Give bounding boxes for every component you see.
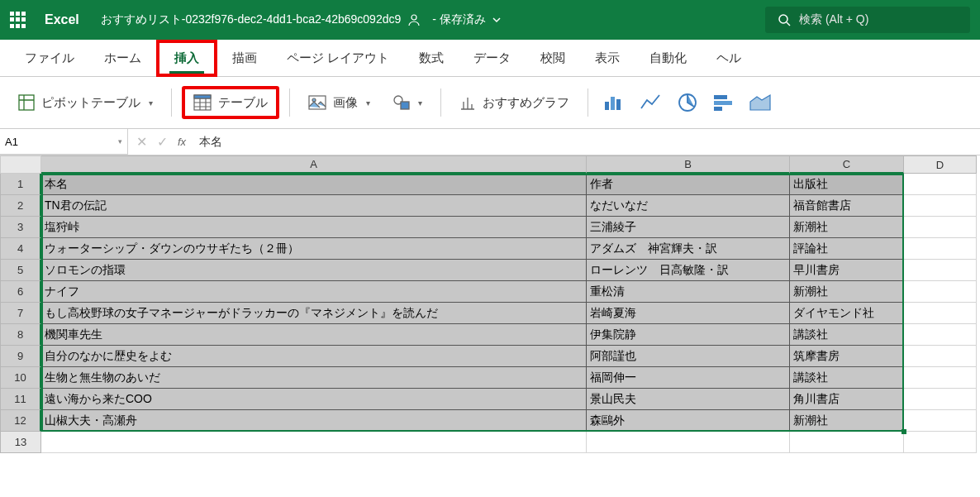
cell[interactable]: ナイフ [41, 281, 587, 303]
cell[interactable]: 三浦綾子 [587, 217, 790, 238]
area-chart-icon[interactable] [749, 93, 772, 112]
cell[interactable] [904, 217, 977, 238]
cell[interactable]: 福音館書店 [790, 195, 904, 217]
row-header[interactable]: 9 [0, 346, 41, 367]
spreadsheet-grid[interactable]: A B C D 1 2 3 4 5 6 7 8 9 10 11 12 13 本名… [0, 155, 980, 453]
column-header[interactable]: C [790, 155, 904, 174]
app-launcher-icon[interactable] [10, 12, 26, 28]
column-header[interactable]: D [904, 155, 977, 174]
tab-file[interactable]: ファイル [10, 40, 89, 77]
cell[interactable] [904, 410, 977, 432]
row-header[interactable]: 4 [0, 238, 41, 260]
cell[interactable] [904, 238, 977, 260]
cell[interactable]: ウォーターシップ・ダウンのウサギたち（２冊） [41, 238, 587, 260]
cell[interactable] [904, 346, 977, 367]
selection-handle[interactable] [902, 429, 906, 434]
cell[interactable]: 生物と無生物のあいだ [41, 367, 587, 389]
tab-formulas[interactable]: 数式 [404, 40, 459, 77]
cell[interactable] [904, 432, 977, 453]
cell[interactable]: 新潮社 [790, 410, 904, 432]
row-header[interactable]: 5 [0, 260, 41, 281]
cell[interactable]: 評論社 [790, 238, 904, 260]
cell[interactable]: 自分のなかに歴史をよむ [41, 346, 587, 367]
cell[interactable]: 景山民夫 [587, 389, 790, 410]
tab-automate[interactable]: 自動化 [635, 40, 702, 77]
row-header[interactable]: 8 [0, 324, 41, 346]
shapes-button[interactable]: ▾ [385, 86, 431, 119]
formula-input[interactable]: 本名 [194, 135, 222, 150]
row-header[interactable]: 3 [0, 217, 41, 238]
cell[interactable]: 岩崎夏海 [587, 303, 790, 324]
cell[interactable] [904, 281, 977, 303]
row-header[interactable]: 7 [0, 303, 41, 324]
cell[interactable]: 森鷗外 [587, 410, 790, 432]
tab-view[interactable]: 表示 [580, 40, 635, 77]
cell[interactable] [904, 195, 977, 217]
cells-area[interactable]: 本名 作者 出版社 TN君の伝記なだいなだ福音館書店塩狩峠三浦綾子新潮社ウォータ… [41, 174, 977, 453]
column-header[interactable]: A [41, 155, 587, 174]
cell[interactable]: 早川書房 [790, 260, 904, 281]
cell[interactable]: ダイヤモンド社 [790, 303, 904, 324]
fx-icon[interactable]: fx [178, 136, 186, 148]
row-header[interactable]: 12 [0, 410, 41, 432]
cell[interactable]: 本名 [41, 174, 587, 195]
pie-chart-icon[interactable] [678, 93, 697, 112]
cell[interactable]: 阿部謹也 [587, 346, 790, 367]
cell[interactable] [904, 389, 977, 410]
cell[interactable]: 福岡伸一 [587, 367, 790, 389]
confirm-icon[interactable]: ✓ [157, 134, 168, 150]
cancel-icon[interactable]: ✕ [136, 134, 147, 150]
cell[interactable]: 作者 [587, 174, 790, 195]
name-box[interactable]: A1 ▾ [0, 129, 128, 155]
cell[interactable] [904, 174, 977, 195]
cell[interactable]: TN君の伝記 [41, 195, 587, 217]
column-chart-icon[interactable] [603, 93, 625, 112]
cell[interactable] [904, 303, 977, 324]
cell[interactable]: 機関車先生 [41, 324, 587, 346]
cell[interactable]: 新潮社 [790, 281, 904, 303]
row-header[interactable]: 13 [0, 432, 41, 453]
cell[interactable]: 筑摩書房 [790, 346, 904, 367]
chevron-down-icon[interactable] [492, 16, 501, 24]
document-title[interactable]: おすすめリスト-0232f976-dec2-4dd1-bca2-42b69c09… [101, 12, 501, 27]
cell[interactable]: ソロモンの指環 [41, 260, 587, 281]
row-header[interactable]: 6 [0, 281, 41, 303]
cell[interactable]: ローレンツ 日高敏隆・訳 [587, 260, 790, 281]
tab-home[interactable]: ホーム [89, 40, 156, 77]
cell[interactable]: 伊集院静 [587, 324, 790, 346]
cell[interactable]: 塩狩峠 [41, 217, 587, 238]
column-header[interactable]: B [587, 155, 790, 174]
cell[interactable] [904, 324, 977, 346]
search-box[interactable]: 検索 (Alt + Q) [765, 7, 970, 33]
cell[interactable]: 新潮社 [790, 217, 904, 238]
cell[interactable]: 山椒大夫・高瀬舟 [41, 410, 587, 432]
cell[interactable]: 遠い海から来たCOO [41, 389, 587, 410]
image-button[interactable]: 画像 ▾ [300, 86, 378, 119]
cell[interactable] [904, 260, 977, 281]
row-header[interactable]: 10 [0, 367, 41, 389]
cell[interactable]: 重松清 [587, 281, 790, 303]
tab-insert[interactable]: 挿入 [156, 40, 217, 77]
cell[interactable] [904, 367, 977, 389]
cell[interactable] [41, 432, 587, 453]
recommended-charts-button[interactable]: おすすめグラフ [451, 86, 578, 119]
tab-data[interactable]: データ [459, 40, 526, 77]
cell[interactable]: 出版社 [790, 174, 904, 195]
select-all-corner[interactable] [0, 155, 41, 174]
cell[interactable]: 講談社 [790, 367, 904, 389]
row-header[interactable]: 11 [0, 389, 41, 410]
line-chart-icon[interactable] [640, 93, 663, 112]
tab-page-layout[interactable]: ページ レイアウト [272, 40, 404, 77]
chevron-down-icon[interactable]: ▾ [118, 137, 122, 146]
row-header[interactable]: 2 [0, 195, 41, 217]
tab-review[interactable]: 校閲 [526, 40, 580, 77]
cell[interactable] [587, 432, 790, 453]
cell[interactable]: もし高校野球の女子マネージャーがドラッカーの『マネジメント』を読んだ [41, 303, 587, 324]
cell[interactable] [790, 432, 904, 453]
cell[interactable]: アダムズ 神宮輝夫・訳 [587, 238, 790, 260]
tab-draw[interactable]: 描画 [217, 40, 272, 77]
table-button[interactable]: テーブル [182, 86, 279, 119]
pivot-table-button[interactable]: ピボットテーブル ▾ [10, 86, 161, 119]
cell[interactable]: 講談社 [790, 324, 904, 346]
row-header[interactable]: 1 [0, 174, 41, 195]
